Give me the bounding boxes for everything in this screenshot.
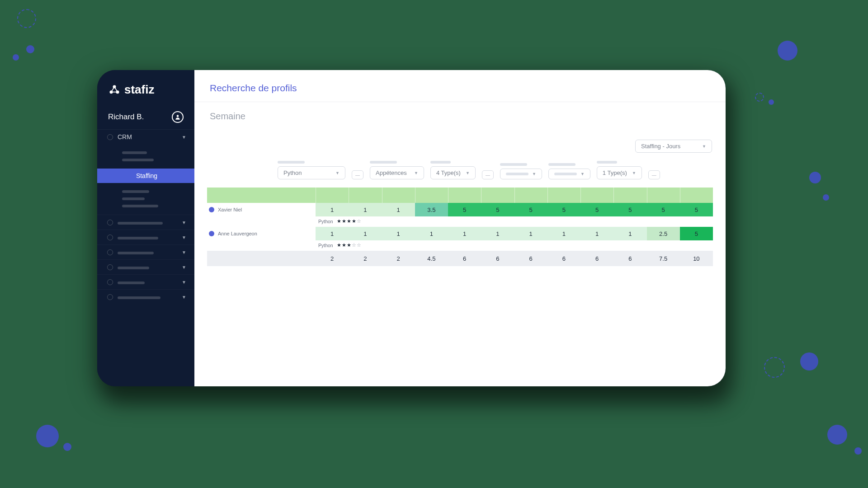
day-cell[interactable]: 3.5 [415,203,448,216]
filter-pill[interactable]: — [482,170,494,179]
app-window: stafiz Richard B. CRM ▼ Staffing [97,70,726,386]
bg-decor [17,9,36,28]
day-cell[interactable]: 5 [580,203,613,216]
chevron-down-icon: ▼ [182,220,186,225]
filters-row: Python ▼ — Appétences ▼ 4 Type(s) [210,155,713,179]
bg-decor [13,54,19,61]
brand-logo: stafiz [97,83,194,107]
types1-select[interactable]: 1 Type(s) ▼ [597,166,642,179]
circle-icon [107,279,113,285]
total-cell: 6 [547,251,580,266]
status-dot [209,207,214,212]
nav-item-placeholder[interactable]: ▼ [97,244,194,259]
select-value: Staffing - Jours [641,143,680,150]
chevron-down-icon: ▼ [182,265,186,270]
bg-decor [778,41,797,61]
user-name: Richard B. [108,113,144,122]
total-cell: 6 [514,251,547,266]
skill-row: Python ★★★★☆ [207,216,713,227]
profile-name: Anne Lauvergeon [218,231,257,236]
day-cell[interactable]: 1 [349,203,382,216]
table-row: Anne Lauvergeon 1 1 1 1 1 1 1 1 1 1 2.5 … [207,227,713,240]
bg-decor [827,425,847,445]
status-dot [209,231,214,236]
appetences-select[interactable]: Appétences ▼ [370,166,424,179]
bg-decor [26,45,34,53]
skill-row: Python ★★★☆☆ [207,240,713,251]
nav-sub-placeholder [97,144,194,169]
nav-sub-placeholder [97,183,194,215]
total-cell: 7.5 [647,251,680,266]
total-cell: 2 [316,251,349,266]
day-cell[interactable]: 1 [547,227,580,240]
day-cell[interactable]: 5 [514,203,547,216]
filter-label-placeholder [278,161,305,164]
day-cell[interactable]: 5 [680,227,713,240]
chevron-down-icon: ▼ [182,295,186,300]
bg-decor [854,447,862,455]
circle-icon [107,249,113,255]
view-mode-select[interactable]: Staffing - Jours ▼ [635,140,712,153]
bg-decor [755,93,764,102]
filter-pill[interactable]: — [352,170,363,179]
nav-item-placeholder[interactable]: ▼ [97,259,194,274]
total-cell: 6 [580,251,613,266]
day-cell[interactable]: 1 [481,227,514,240]
bg-decor [800,352,818,371]
day-cell[interactable]: 5 [613,203,646,216]
skill-name: Python [318,219,333,224]
types4-select[interactable]: 4 Type(s) ▼ [430,166,476,179]
day-cell[interactable]: 1 [382,203,415,216]
day-cell[interactable]: 1 [316,227,349,240]
bg-decor [63,443,71,451]
filter-label-placeholder [548,163,576,166]
day-cell[interactable]: 5 [481,203,514,216]
select-value: Python [283,169,302,176]
bg-decor [769,99,774,105]
total-cell: 2 [349,251,382,266]
day-cell[interactable]: 1 [349,227,382,240]
bg-decor [36,425,59,447]
circle-icon [107,235,113,240]
nav-item-placeholder[interactable]: ▼ [97,289,194,304]
chevron-down-icon: ▼ [702,144,706,149]
sidebar: stafiz Richard B. CRM ▼ Staffing [97,70,194,386]
circle-icon [107,220,113,225]
user-row[interactable]: Richard B. [97,107,194,130]
day-cell[interactable]: 1 [448,227,481,240]
avatar-icon [172,111,184,123]
day-cell[interactable]: 1 [415,227,448,240]
brand-name: stafiz [124,83,154,97]
day-cell[interactable]: 1 [316,203,349,216]
chevron-down-icon: ▼ [466,171,470,175]
staffing-table: Xavier Niel 1 1 1 3.5 5 5 5 5 5 5 5 5 [194,184,726,386]
filter-pill[interactable]: — [648,170,660,179]
chevron-down-icon: ▼ [182,280,186,285]
chevron-down-icon: ▼ [580,172,585,176]
chevron-down-icon: ▼ [182,250,186,255]
nav-item-crm[interactable]: CRM ▼ [97,130,194,144]
day-cell[interactable]: 1 [613,227,646,240]
day-cell[interactable]: 1 [580,227,613,240]
skill-rating: ★★★☆☆ [337,242,362,248]
day-cell[interactable]: 5 [547,203,580,216]
nav-item-placeholder[interactable]: ▼ [97,215,194,230]
profile-cell[interactable]: Xavier Niel [207,203,316,216]
profile-name: Xavier Niel [218,207,242,212]
day-cell[interactable]: 5 [448,203,481,216]
day-cell[interactable]: 1 [382,227,415,240]
filters-area: Staffing - Jours ▼ Python ▼ — Appétence [194,124,726,184]
filter-select-placeholder[interactable]: ▼ [548,169,590,179]
day-cell[interactable]: 5 [680,203,713,216]
day-cell[interactable]: 5 [647,203,680,216]
select-value: Appétences [376,169,407,176]
total-cell: 6 [613,251,646,266]
day-cell[interactable]: 2.5 [647,227,680,240]
skill-select[interactable]: Python ▼ [278,166,345,179]
profile-cell[interactable]: Anne Lauvergeon [207,227,316,240]
filter-select-placeholder[interactable]: ▼ [500,169,542,179]
nav-item-placeholder[interactable]: ▼ [97,274,194,289]
nav-item-placeholder[interactable]: ▼ [97,230,194,244]
nav-item-staffing[interactable]: Staffing [97,169,194,183]
day-cell[interactable]: 1 [514,227,547,240]
